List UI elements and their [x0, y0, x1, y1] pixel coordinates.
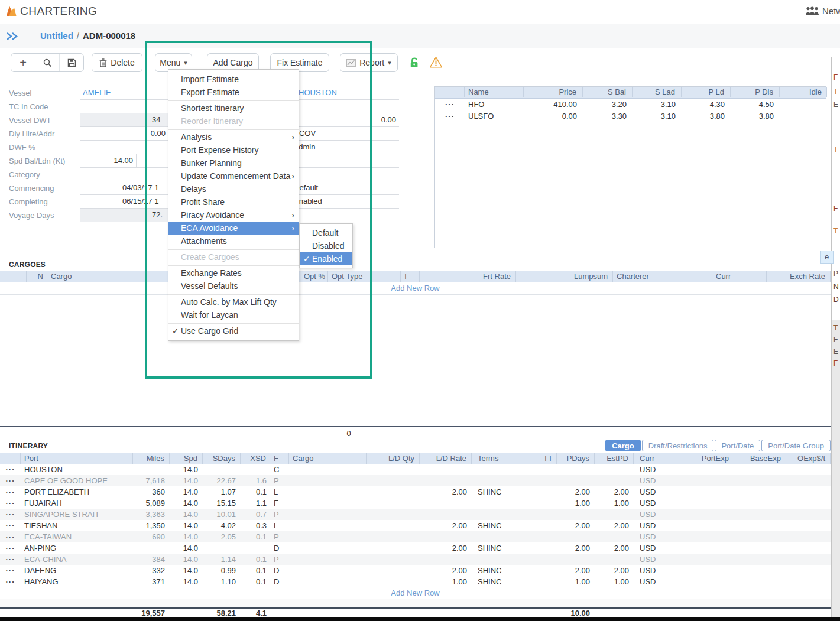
new-button[interactable]: +: [11, 54, 35, 71]
bunker-idle-cell[interactable]: [780, 110, 827, 122]
ld-qty-cell[interactable]: [367, 576, 420, 587]
oexp-cell[interactable]: [786, 486, 831, 498]
function-cell[interactable]: D: [271, 565, 289, 576]
miles-cell[interactable]: 7,618: [133, 475, 170, 486]
bunker-sbal-cell[interactable]: 3.20: [583, 99, 633, 110]
menu-item[interactable]: Analysis ›: [168, 131, 299, 144]
curr-cell[interactable]: USD: [634, 554, 677, 565]
xsd-cell[interactable]: 0.7: [241, 509, 271, 520]
oexp-cell[interactable]: [786, 464, 831, 475]
estpd-cell[interactable]: [595, 554, 634, 565]
warning-icon[interactable]: [429, 56, 443, 70]
menu-item[interactable]: Vessel Defaults: [168, 279, 299, 292]
tt-cell[interactable]: [534, 576, 557, 587]
miles-cell[interactable]: [133, 542, 170, 554]
port-cell[interactable]: HOUSTON: [21, 464, 133, 475]
xsd-cell[interactable]: 0.1: [241, 565, 271, 576]
xsd-cell[interactable]: 0.1: [241, 554, 271, 565]
pdays-cell[interactable]: [557, 475, 595, 486]
baseexp-cell[interactable]: [734, 498, 786, 509]
menu-item[interactable]: ECA Avoidance ›: [168, 222, 299, 235]
submenu-item[interactable]: Disabled: [300, 239, 352, 252]
row-menu-icon[interactable]: ···: [0, 475, 21, 486]
pdays-cell[interactable]: [557, 509, 595, 520]
network-indicator[interactable]: Netw: [805, 6, 840, 16]
ld-qty-cell[interactable]: [367, 486, 420, 498]
menu-item[interactable]: Piracy Avoidance ›: [168, 209, 299, 222]
miles-cell[interactable]: 3,363: [133, 509, 170, 520]
xsd-cell[interactable]: 0.1: [241, 486, 271, 498]
menu-item[interactable]: Bunker Planning: [168, 157, 299, 170]
itinerary-tab[interactable]: Cargo: [605, 440, 641, 451]
portexp-cell[interactable]: [677, 486, 734, 498]
spd-cell[interactable]: 14.0: [170, 565, 203, 576]
itinerary-add-new-row-link[interactable]: Add New Row: [391, 589, 439, 597]
port-cell[interactable]: ECA-CHINA: [21, 554, 133, 565]
portexp-cell[interactable]: [677, 498, 734, 509]
estpd-cell[interactable]: 2.00: [595, 565, 634, 576]
ld-qty-cell[interactable]: [367, 542, 420, 554]
tt-cell[interactable]: [534, 542, 557, 554]
bunker-price-cell[interactable]: 410.00: [524, 99, 583, 110]
menu-item[interactable]: Update Commencement Data ›: [168, 170, 299, 183]
sdays-cell[interactable]: 2.05: [203, 531, 241, 542]
curr-cell[interactable]: USD: [634, 565, 677, 576]
estpd-cell[interactable]: [595, 531, 634, 542]
function-cell[interactable]: D: [271, 542, 289, 554]
terms-cell[interactable]: SHINC: [472, 486, 534, 498]
itinerary-tab[interactable]: Port/Date: [715, 440, 760, 451]
estpd-cell[interactable]: 2.00: [595, 486, 634, 498]
bunker-slad-cell[interactable]: 3.10: [633, 110, 682, 122]
pdays-cell[interactable]: [557, 464, 595, 475]
port-cell[interactable]: ECA-TAIWAN: [21, 531, 133, 542]
xsd-cell[interactable]: 1.1: [241, 498, 271, 509]
menu-item[interactable]: Attachments: [168, 235, 299, 248]
port-cell[interactable]: DAFENG: [21, 565, 133, 576]
oexp-cell[interactable]: [786, 565, 831, 576]
menu-item[interactable]: Wait for Laycan: [168, 308, 299, 321]
menu-item[interactable]: Port Expense History: [168, 144, 299, 157]
ld-rate-cell[interactable]: [420, 509, 472, 520]
row-menu-icon[interactable]: ···: [0, 486, 21, 498]
bunker-name-cell[interactable]: HFO: [465, 99, 524, 110]
sdays-cell[interactable]: [203, 542, 241, 554]
ld-qty-cell[interactable]: [367, 565, 420, 576]
baseexp-cell[interactable]: [734, 486, 786, 498]
function-cell[interactable]: L: [271, 486, 289, 498]
bunker-sbal-cell[interactable]: 3.30: [583, 110, 633, 122]
menu-item[interactable]: Exchange Rates: [168, 266, 299, 279]
miles-cell[interactable]: [133, 464, 170, 475]
function-cell[interactable]: P: [271, 475, 289, 486]
terms-cell[interactable]: [472, 554, 534, 565]
xsd-cell[interactable]: 1.6: [241, 475, 271, 486]
menu-item[interactable]: [168, 248, 299, 250]
baseexp-cell[interactable]: [734, 576, 786, 587]
report-button[interactable]: Report ▾: [340, 53, 398, 72]
ld-rate-cell[interactable]: 2.00: [420, 486, 472, 498]
menu-item[interactable]: [168, 128, 299, 130]
port-cell[interactable]: SINGAPORE STRAIT: [21, 509, 133, 520]
miles-cell[interactable]: 5,089: [133, 498, 170, 509]
tt-cell[interactable]: [534, 520, 557, 531]
miles-cell[interactable]: 1,350: [133, 520, 170, 531]
terms-cell[interactable]: SHINC: [472, 542, 534, 554]
portexp-cell[interactable]: [677, 509, 734, 520]
sdays-cell[interactable]: 22.67: [203, 475, 241, 486]
function-cell[interactable]: C: [271, 464, 289, 475]
ld-rate-cell[interactable]: 2.00: [420, 565, 472, 576]
curr-cell[interactable]: USD: [634, 531, 677, 542]
row-menu-icon[interactable]: ···: [0, 565, 21, 576]
curr-cell[interactable]: USD: [634, 486, 677, 498]
spd-cell[interactable]: 14.0: [170, 475, 203, 486]
miles-cell[interactable]: 371: [133, 576, 170, 587]
baseexp-cell[interactable]: [734, 509, 786, 520]
bunker-idle-cell[interactable]: [780, 99, 827, 110]
row-menu-icon[interactable]: ···: [0, 498, 21, 509]
row-menu-icon[interactable]: ···: [0, 531, 21, 542]
function-cell[interactable]: F: [271, 498, 289, 509]
oexp-cell[interactable]: [786, 509, 831, 520]
port-cell[interactable]: FUJAIRAH: [21, 498, 133, 509]
port-cell[interactable]: TIESHAN: [21, 520, 133, 531]
miles-cell[interactable]: 690: [133, 531, 170, 542]
tt-cell[interactable]: [534, 475, 557, 486]
